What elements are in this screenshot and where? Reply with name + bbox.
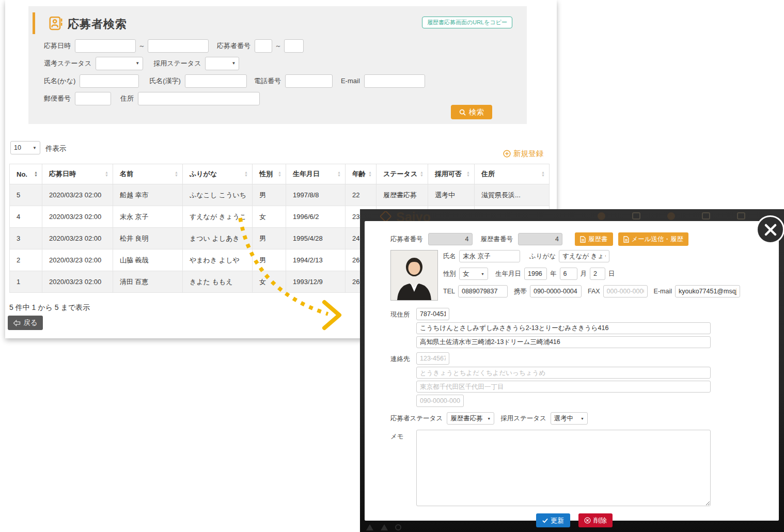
memo-textarea[interactable] (416, 430, 711, 506)
col-address[interactable]: 住所▲▼ (475, 164, 550, 184)
page-title: 応募者検索 (68, 17, 127, 32)
circle-x-icon (584, 517, 591, 524)
document-icon (623, 236, 629, 243)
sort-icon: ▲▼ (175, 171, 178, 177)
chevron-down-icon: ▼ (581, 417, 584, 420)
col-kana[interactable]: ふりがな▲▼ (183, 164, 253, 184)
current-address-kana-field[interactable] (416, 322, 711, 334)
mobile-field[interactable] (530, 285, 582, 298)
search-button[interactable]: 検索 (451, 105, 492, 119)
email-input[interactable] (364, 74, 425, 88)
selection-status-select[interactable]: ▼ (96, 57, 143, 70)
table-header-row: No.▲▼ 応募日時▲▼ 名前▲▼ ふりがな▲▼ 性別▲▼ 生年月日▲▼ 年齢▲… (10, 164, 550, 184)
phone-input[interactable] (285, 74, 333, 88)
applicant-status-select[interactable]: 履歴書応募▼ (447, 412, 494, 425)
applicant-no-to-input[interactable] (284, 39, 304, 53)
search-icon (459, 109, 466, 116)
day-label: 日 (608, 270, 615, 278)
update-button[interactable]: 更新 (536, 513, 570, 527)
page-size-suffix: 件表示 (45, 144, 67, 153)
applicant-no-from-input[interactable] (255, 39, 272, 53)
address-label: 住所 (120, 94, 134, 103)
col-birth[interactable]: 生年月日▲▼ (286, 164, 346, 184)
modal-close-button[interactable] (756, 215, 784, 244)
new-registration-link[interactable]: 新規登録 (503, 149, 543, 159)
chevron-down-icon: ▼ (487, 417, 491, 420)
table-row[interactable]: 52020/03/23 02:00 船越 幸市ふなこし こういち 男1997/8… (10, 184, 550, 206)
birth-year-field[interactable] (524, 268, 547, 280)
birth-month-field[interactable] (560, 268, 577, 280)
sort-icon: ▲▼ (278, 171, 281, 177)
contact-address-field[interactable] (416, 381, 711, 393)
result-summary: 5 件中 1 から 5 まで表示 (9, 303, 90, 312)
birth-label: 生年月日 (495, 270, 521, 278)
resume-no-field (518, 233, 562, 245)
name-kana-label: 氏名(かな) (44, 76, 75, 86)
col-no[interactable]: No.▲▼ (10, 164, 42, 184)
hire-status-select[interactable]: 選考中▼ (551, 412, 588, 425)
current-postal-field[interactable] (416, 308, 449, 320)
mobile-label: 携帯 (514, 287, 527, 296)
name-field[interactable] (459, 250, 520, 262)
email-label: E-mail (654, 288, 672, 295)
sort-icon: ▲▼ (368, 171, 372, 177)
dimmed-nav-icons (598, 212, 745, 220)
apply-date-to-input[interactable] (148, 39, 209, 53)
applicant-no-label: 応募者番号 (217, 41, 250, 51)
contact-kana-field[interactable] (416, 367, 711, 379)
hire-status-label: 採用ステータス (153, 59, 201, 68)
sort-icon: ▲▼ (420, 171, 424, 177)
chevron-down-icon: ▼ (33, 146, 37, 150)
tel-field[interactable] (458, 285, 508, 298)
col-hire[interactable]: 採用可否▲▼ (428, 164, 475, 184)
col-gender[interactable]: 性別▲▼ (253, 164, 286, 184)
page-size-select[interactable]: 10▼ (10, 141, 40, 154)
birth-day-field[interactable] (590, 268, 605, 280)
sort-icon: ▲▼ (466, 171, 470, 177)
chevron-down-icon: ▼ (481, 272, 484, 276)
applicant-no-label: 応募者番号 (390, 235, 423, 244)
chevron-down-icon: ▼ (232, 61, 236, 66)
fax-label: FAX (588, 288, 600, 295)
col-apply-date[interactable]: 応募日時▲▼ (42, 164, 113, 184)
name-kanji-input[interactable] (185, 74, 247, 88)
plus-circle-icon (503, 150, 511, 158)
applicant-no-field (428, 233, 473, 245)
copy-resume-url-button[interactable]: 履歴書応募画面のURLをコピー (422, 17, 512, 28)
resume-no-label: 履歴書番号 (481, 235, 513, 244)
fax-field[interactable] (603, 285, 648, 298)
apply-date-from-input[interactable] (75, 39, 136, 53)
applicant-status-label: 応募者ステータス (390, 414, 443, 423)
month-label: 月 (581, 270, 587, 278)
back-button[interactable]: 戻る (8, 316, 43, 330)
mail-history-button[interactable]: メール送信・履歴 (618, 232, 689, 246)
name-kana-input[interactable] (80, 74, 139, 88)
applicant-detail-modal: 応募者番号 履歴書番号 履歴書 メール送信・履歴 (365, 221, 779, 521)
tilde: ～ (275, 41, 281, 51)
gender-select[interactable]: 女▼ (459, 268, 488, 280)
kana-field[interactable] (559, 250, 609, 262)
search-form: 応募日時 ～ 応募者番号 ～ 選考ステータス ▼ 採用ステータス ▼ 氏名(かな (44, 39, 425, 109)
name-label: 氏名 (443, 252, 456, 261)
email-field[interactable] (675, 285, 740, 298)
kana-label: ふりがな (529, 252, 556, 261)
hire-status-select[interactable]: ▼ (205, 57, 239, 70)
hire-status-label: 採用ステータス (500, 414, 546, 423)
col-status[interactable]: ステータス▲▼ (377, 164, 428, 184)
contact-phone-field[interactable] (416, 395, 464, 407)
back-arrow-icon (13, 320, 21, 326)
address-input[interactable] (138, 92, 260, 105)
resume-button[interactable]: 履歴書 (575, 232, 613, 246)
postal-input[interactable] (75, 92, 111, 105)
current-address-field[interactable] (416, 336, 711, 348)
col-age[interactable]: 年齢▲▼ (346, 164, 377, 184)
postal-label: 郵便番号 (44, 94, 71, 103)
contact-label: 連絡先 (390, 352, 414, 364)
delete-button[interactable]: 削除 (578, 513, 613, 527)
apply-date-label: 応募日時 (44, 41, 71, 51)
document-icon (580, 236, 586, 243)
gender-label: 性別 (443, 270, 456, 278)
contact-postal-field[interactable] (416, 352, 449, 365)
col-name[interactable]: 名前▲▼ (113, 164, 183, 184)
sort-icon: ▲▼ (541, 171, 545, 177)
